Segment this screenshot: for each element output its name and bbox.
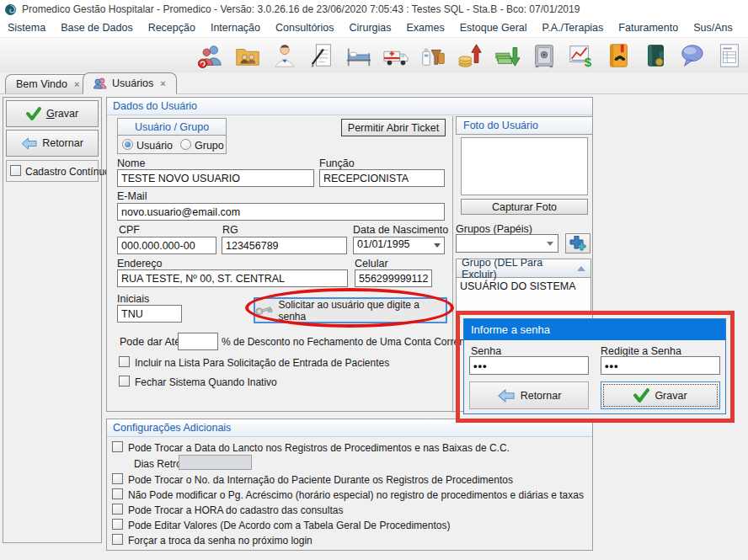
menu-item-pa-terapias[interactable]: P.A./Terapias (535, 22, 612, 34)
finance-chart-icon: $ (568, 42, 595, 69)
combo-arrow-icon[interactable] (547, 242, 553, 246)
menu-item-consultorios[interactable]: Consultórios (268, 22, 341, 34)
data-lancto-checkbox[interactable] (112, 441, 123, 452)
funcao-label: Função (319, 157, 355, 169)
incluir-lista-checkbox[interactable] (119, 356, 130, 367)
editar-valores-checkbox[interactable] (112, 519, 123, 530)
cash-out-icon (494, 42, 521, 69)
data-lancto-label: Pode Trocar a Data do Lancto nos Registr… (128, 442, 510, 454)
patients-folder-icon (234, 42, 261, 69)
retornar-button[interactable]: Retornar (6, 130, 99, 157)
grupo-list-row[interactable]: USUÁRIO DO SISTEMA (457, 278, 590, 295)
menu-item-sus-ans[interactable]: Sus/Ans (686, 22, 740, 34)
grupos-papeis-combo[interactable] (456, 234, 558, 253)
cadastro-continuo-panel: Cadastro Contínuo (6, 160, 99, 182)
permitir-abrir-ticket-button[interactable]: Permitir Abrir Ticket (341, 119, 446, 136)
celular-input[interactable] (355, 269, 432, 287)
data-nascimento-picker[interactable]: 01/01/1995 (353, 237, 445, 254)
toolbar-button-pharmacy[interactable] (418, 40, 448, 71)
cpf-label: CPF (119, 224, 140, 236)
tab-bem-vindo[interactable]: Bem Vindo × (5, 74, 90, 93)
app-logo-icon (4, 3, 17, 16)
prescription-icon (308, 42, 335, 69)
pharmacy-icon (419, 42, 446, 69)
iniciais-input[interactable] (117, 305, 182, 323)
hora-cadastro-checkbox[interactable] (112, 504, 123, 515)
gravar-button[interactable]: Gravar (6, 100, 99, 127)
cpf-input[interactable] (117, 237, 216, 254)
toolbar-button-prescription[interactable] (307, 40, 337, 71)
adicionar-grupo-button[interactable] (565, 233, 590, 253)
toolbar-button-safe[interactable] (529, 40, 559, 71)
add-plus-icon (569, 236, 586, 251)
menu-item-sistema[interactable]: Sistema (0, 22, 53, 34)
redigite-senha-input[interactable] (601, 356, 720, 375)
solicitar-senha-label: Solicitar ao usuário que digite a senha (278, 299, 446, 323)
chat-icon (679, 42, 706, 69)
menu-item-internacao[interactable]: Internação (203, 22, 268, 34)
menu-item-recepcao[interactable]: Recepção (141, 22, 203, 34)
tab-bem-vindo-label: Bem Vindo (16, 78, 67, 90)
desconto-input[interactable] (178, 333, 218, 350)
toolbar-button-user-transfer[interactable] (195, 40, 226, 71)
check-icon (26, 107, 41, 120)
capturar-foto-label: Capturar Foto (492, 201, 557, 213)
toolbar-button-ambulance[interactable] (381, 40, 411, 71)
menu-item-estoque-geral[interactable]: Estoque Geral (452, 22, 535, 34)
rg-input[interactable] (222, 237, 347, 254)
configuracoes-panel: Configurações Adicionais Pode Trocar a D… (106, 419, 593, 551)
incluir-lista-label: Incluir na Lista Para Solicitação de Ent… (135, 357, 389, 369)
tab-bem-vindo-close-icon[interactable]: × (72, 79, 79, 89)
toolbar-button-report[interactable] (714, 40, 745, 71)
fechar-sistema-checkbox[interactable] (119, 376, 130, 387)
menu-item-caixa[interactable]: Caixa (740, 22, 748, 34)
forcar-troca-senha-checkbox[interactable] (112, 534, 123, 545)
nome-input[interactable] (117, 169, 314, 187)
hora-cadastro-label: Pode Trocar a HORA do cadastro das consu… (128, 504, 343, 516)
redigite-senha-label: Redigite a Senha (601, 345, 681, 357)
toolbar-button-hospital-bed[interactable] (344, 40, 374, 71)
permitir-abrir-ticket-label: Permitir Abrir Ticket (348, 122, 439, 134)
tipo-group-header: Usuário / Grupo (117, 118, 227, 136)
email-input[interactable] (117, 203, 445, 221)
endereco-input[interactable] (117, 269, 348, 287)
internacao-checkbox[interactable] (112, 473, 123, 484)
toolbar-button-ledger-book[interactable] (640, 40, 671, 71)
sort-ascending-icon (577, 266, 585, 271)
acrescimo-checkbox[interactable] (112, 488, 123, 499)
tab-usuarios-close-icon[interactable]: × (158, 78, 165, 88)
toolbar-button-patients-folder[interactable] (232, 40, 263, 71)
radio-usuario[interactable] (122, 139, 133, 150)
toolbar-button-doctor[interactable] (270, 40, 300, 71)
retornar-button-label: Retornar (42, 137, 83, 149)
toolbar-button-cash-in[interactable] (455, 40, 485, 71)
toolbar-button-phonebook[interactable] (603, 40, 633, 71)
menu-item-cirurgias[interactable]: Cirurgias (342, 22, 399, 34)
grupo-list: Grupo (DEL Para Excluir) USUÁRIO DO SIST… (456, 259, 591, 314)
arrow-left-icon (21, 137, 37, 150)
funcao-input[interactable] (319, 169, 445, 187)
desconto-label: Pode dar Até: (120, 336, 184, 348)
dropdown-arrow-icon[interactable] (434, 243, 441, 248)
gravar-button-label: Gravar (46, 108, 78, 120)
toolbar-button-finance-chart[interactable]: $ (566, 40, 596, 71)
cadastro-continuo-checkbox[interactable] (10, 165, 21, 176)
toolbar-button-cash-out[interactable] (492, 40, 522, 71)
capturar-foto-button[interactable]: Capturar Foto (461, 199, 588, 215)
menu-item-base-de-dados[interactable]: Base de Dados (53, 22, 140, 34)
senha-label: Senha (471, 345, 501, 357)
radio-grupo[interactable] (180, 139, 191, 150)
dialog-retornar-button[interactable]: Retornar (469, 381, 589, 409)
dialog-gravar-button[interactable]: Gravar (601, 381, 720, 409)
endereco-label: Endereço (117, 258, 163, 269)
dialog-gravar-label: Gravar (654, 390, 687, 402)
desconto-suffix: % de Desconto no Fechamento de Uma Conta… (222, 336, 473, 348)
menu-item-exames[interactable]: Exames (399, 22, 452, 34)
senha-input[interactable] (469, 356, 589, 375)
radio-usuario-label: Usuário (136, 140, 173, 152)
grupo-list-header[interactable]: Grupo (DEL Para Excluir) (457, 259, 590, 278)
toolbar-button-chat[interactable] (677, 40, 708, 71)
tab-usuarios[interactable]: Usuários × (83, 72, 177, 94)
solicitar-senha-button[interactable]: Solicitar ao usuário que digite a senha (254, 297, 447, 323)
menu-item-faturamento[interactable]: Faturamento (611, 22, 686, 34)
